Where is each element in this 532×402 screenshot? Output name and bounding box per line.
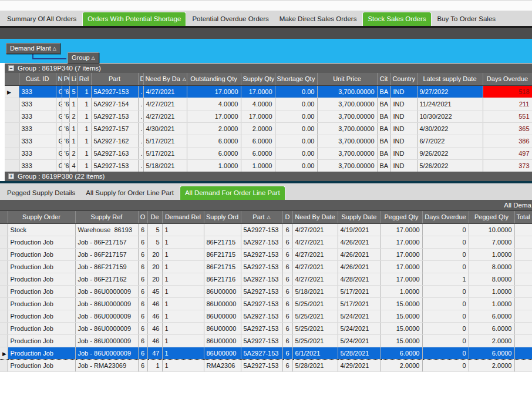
column-header-n[interactable]: N [56,73,62,85]
table-cell[interactable]: Warehouse 86193 [75,223,138,236]
table-row[interactable]: Production JobJob - 86U0000009646186U000… [0,297,532,310]
table-cell[interactable]: 6.0000 [469,322,514,334]
table-cell[interactable]: 17.0000 [187,85,241,98]
table-cell[interactable]: 4.0000 [187,98,241,110]
table-row[interactable]: Production JobJob - 86F21715765186F21715… [0,236,532,248]
table-cell[interactable]: RMA2306 [204,359,241,371]
table-cell[interactable]: 333 [19,110,56,122]
table-cell[interactable]: 1 [162,273,204,285]
table-cell[interactable]: 1.0000 [381,285,422,297]
table-cell[interactable]: 17.0000 [381,260,422,273]
table-cell[interactable]: 86F21715 [204,236,241,248]
table-cell[interactable]: 0.00 [275,98,317,110]
column-header-de[interactable]: De [147,211,162,223]
table-cell[interactable]: 86F21715 [204,248,241,260]
tab-potential-overdue-orders[interactable]: Potential Overdue Orders [187,12,273,26]
column-header-supply-ref[interactable]: Supply Ref [75,211,138,223]
table-cell[interactable]: 6 [138,285,147,297]
table-cell[interactable]: 10/30/2022 [417,110,483,122]
table-cell[interactable]: Production Job [8,310,75,322]
table-cell[interactable]: 1 [77,147,91,159]
table-cell[interactable]: 333 [19,159,56,172]
table-cell[interactable]: 6 [282,334,292,347]
table-row[interactable]: 333G'6115A2927-157.4/30/20212.00002.0000… [5,122,532,135]
table-cell[interactable]: 5A2927-163 [91,147,138,159]
tab-buy-to-order-sales[interactable]: Buy To Order Sales [433,12,501,26]
table-row[interactable]: 333G'6115A2927-154.4/27/20214.00004.0000… [5,98,532,110]
table-cell[interactable]: 6 [138,297,147,310]
table-cell[interactable]: '6 [62,98,69,110]
table-cell[interactable]: 4/30/2021 [143,122,187,135]
row-selector-cell[interactable] [0,223,8,236]
table-cell[interactable]: 6 [138,273,147,285]
table-cell[interactable]: 17.0000 [187,110,241,122]
table-cell[interactable]: G [56,135,62,147]
table-cell[interactable]: 17.0000 [381,273,422,285]
table-cell[interactable]: 8.0000 [469,273,514,285]
table-cell[interactable]: 4/27/2021 [292,248,338,260]
table-cell[interactable]: 5A2927-153 [241,248,282,260]
table-cell[interactable]: 5/17/2021 [143,147,187,159]
table-cell[interactable]: 0 [422,223,469,236]
table-cell[interactable]: 1 [162,260,204,273]
table-cell[interactable]: G [56,98,62,110]
column-header-part[interactable]: Part△ [241,211,282,223]
table-cell[interactable]: 1 [162,359,204,371]
table-cell[interactable]: 3,700.00000 [317,98,377,110]
table-cell[interactable]: 1 [77,122,91,135]
detail-tab-pegged-supply-details[interactable]: Pegged Supply Details [2,186,80,200]
table-cell[interactable]: 0 [422,310,469,322]
table-cell[interactable] [514,260,532,273]
table-cell[interactable]: 5/25/2021 [292,334,338,347]
table-cell[interactable]: Job - 86U0000009 [75,285,138,297]
table-cell[interactable]: 5/25/2021 [292,297,338,310]
table-cell[interactable]: 6 [138,248,147,260]
table-cell[interactable]: IND [390,147,417,159]
table-cell[interactable]: 4/26/2021 [338,260,381,273]
table-cell[interactable]: 386 [483,135,532,147]
row-selector-cell[interactable] [0,260,8,273]
table-cell[interactable]: 0.00 [275,122,317,135]
table-cell[interactable]: Production Job [8,322,75,334]
table-cell[interactable]: 2.0000 [187,122,241,135]
table-cell[interactable] [514,285,532,297]
table-cell[interactable]: 86U00000 [204,347,241,359]
table-cell[interactable]: BA [377,110,390,122]
table-cell[interactable]: 5A2927-153 [241,347,282,359]
table-cell[interactable]: 4/29/2021 [338,359,381,371]
detail-tab-all-supply-for-order-line-part[interactable]: All Supply for Order Line Part [81,186,179,200]
table-cell[interactable]: Job - 86U0000009 [75,347,138,359]
table-cell[interactable]: 5A2927-153 [241,260,282,273]
table-cell[interactable] [514,347,532,359]
table-cell[interactable]: '6 [62,85,69,98]
row-selector-cell[interactable] [5,159,19,172]
table-cell[interactable]: 5/17/2021 [338,297,381,310]
table-cell[interactable]: 6 [138,347,147,359]
table-cell[interactable]: 5A2927-153 [241,310,282,322]
table-cell[interactable]: 0 [422,359,469,371]
table-cell[interactable]: 5/24/2021 [338,310,381,322]
row-selector-cell[interactable] [0,322,8,334]
table-cell[interactable]: 86U00000 [204,322,241,334]
table-cell[interactable]: 86U00000 [204,310,241,322]
row-selector-cell[interactable] [0,236,8,248]
table-cell[interactable]: 5A2927-153 [241,236,282,248]
table-cell[interactable]: BA [377,85,390,98]
column-header-rel[interactable]: Rel [77,73,91,85]
column-header-cust-id[interactable]: Cust. ID [19,73,56,85]
table-cell[interactable]: '6 [62,135,69,147]
table-cell[interactable]: 5A2927-157 [91,122,138,135]
table-cell[interactable]: Stock [8,223,75,236]
table-cell[interactable]: 0 [422,322,469,334]
table-cell[interactable]: 5/24/2021 [338,334,381,347]
row-selector-cell[interactable] [0,310,8,322]
table-cell[interactable]: IND [390,98,417,110]
table-cell[interactable]: 1 [77,135,91,147]
table-cell[interactable]: 6 [138,334,147,347]
table-row[interactable]: Production JobJob - 86U0000009645186U000… [0,285,532,297]
table-cell[interactable]: Production Job [8,359,75,371]
column-header-po[interactable]: PO [62,73,69,85]
table-cell[interactable]: 4/26/2021 [338,236,381,248]
table-cell[interactable]: 211 [483,98,532,110]
table-cell[interactable]: 373 [483,159,532,172]
